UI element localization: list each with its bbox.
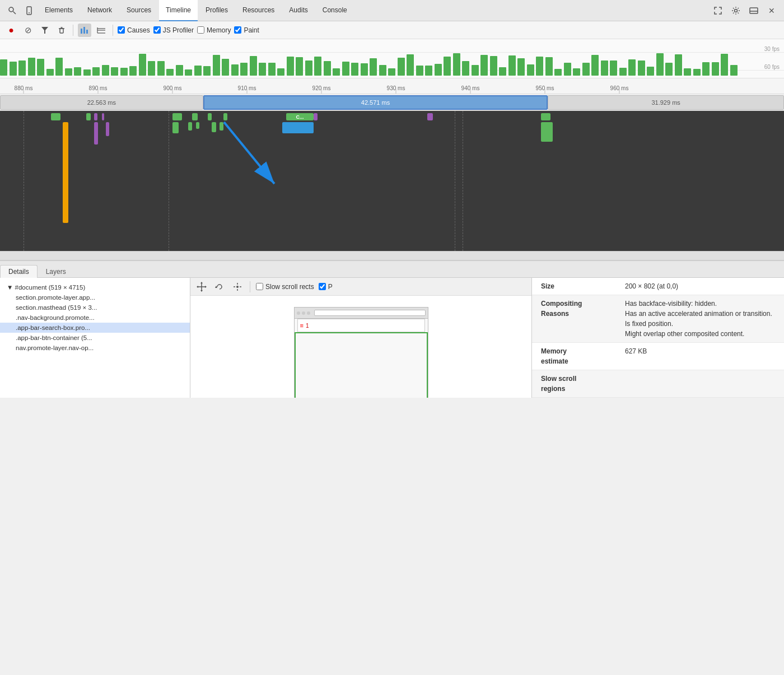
track-event	[172, 122, 179, 133]
nav-tab-sources[interactable]: Sources	[120, 0, 158, 21]
svg-point-0	[9, 7, 13, 12]
nav-tab-network[interactable]: Network	[81, 0, 119, 21]
layer-item-nav-background[interactable]: .nav-background.promote...	[0, 313, 190, 323]
fps-bar	[435, 64, 442, 76]
top-nav: Elements Network Sources Timeline Profil…	[0, 0, 784, 21]
pan-button[interactable]	[195, 280, 208, 294]
svg-line-18	[224, 122, 274, 184]
tracks-area[interactable]: C...	[0, 111, 784, 251]
track-event	[427, 113, 433, 120]
layer-item-app-bar-search[interactable]: .app-bar-search-box.pro...	[0, 323, 190, 333]
close-icon[interactable]: ✕	[764, 3, 780, 18]
timeline-ruler[interactable]: 880 ms890 ms900 ms910 ms920 ms930 ms940 …	[0, 78, 784, 94]
nav-tab-console[interactable]: Console	[316, 0, 354, 21]
layer-item-app-bar-btn[interactable]: .app-bar-btn-container (5...	[0, 333, 190, 343]
fps-bar	[342, 62, 349, 76]
fps-bar	[453, 53, 460, 76]
memory-checkbox-label[interactable]: Memory	[197, 26, 231, 34]
svg-rect-11	[83, 27, 85, 34]
paint-checkbox[interactable]	[234, 26, 241, 34]
prop-compositing-key: Compositing Reasons	[541, 299, 625, 319]
layer-item-section-promote[interactable]: section.promote-layer.app...	[0, 292, 190, 302]
fps-bar	[83, 69, 91, 76]
fps-bar	[684, 68, 691, 76]
track-event: C...	[286, 113, 314, 120]
p-checkbox-label[interactable]: P	[319, 283, 333, 291]
nav-tab-resources[interactable]: Resources	[236, 0, 281, 21]
inspect-icon[interactable]	[4, 3, 20, 18]
fps-bar	[444, 57, 451, 76]
tab-details[interactable]: Details	[0, 265, 38, 278]
filter-button[interactable]	[38, 24, 52, 37]
track-event	[188, 122, 192, 131]
rotate-button[interactable]	[213, 280, 226, 294]
record-button[interactable]: ●	[4, 24, 18, 37]
layer-item-nav-promote[interactable]: nav.promote-layer.nav-op...	[0, 343, 190, 353]
frame-segment-1[interactable]: 42.571 ms	[203, 95, 548, 110]
fps-bar	[665, 63, 673, 76]
fps-bar	[582, 63, 590, 76]
memory-checkbox[interactable]	[197, 26, 204, 34]
prop-slow-scroll: Slow scroll regions	[532, 370, 784, 398]
svg-point-4	[735, 9, 738, 12]
fps-bar	[407, 54, 414, 76]
svg-line-1	[13, 11, 16, 14]
fps-bar	[675, 54, 682, 76]
fps-bar	[480, 55, 488, 76]
track-event	[192, 113, 198, 120]
nav-tab-profiles[interactable]: Profiles	[199, 0, 235, 21]
frame-segment-2[interactable]: 31.929 ms	[548, 95, 784, 110]
js-profiler-checkbox[interactable]	[153, 26, 161, 34]
frame-segment-0[interactable]: 22.563 ms	[0, 95, 203, 110]
track-event	[172, 113, 182, 120]
tab-layers[interactable]: Layers	[38, 265, 74, 278]
track-event	[314, 113, 318, 120]
nav-tab-timeline[interactable]: Timeline	[159, 0, 198, 21]
fps-area: 30 fps 60 fps	[0, 39, 784, 78]
fps-bar	[92, 67, 100, 76]
causes-checkbox-label[interactable]: Causes	[118, 26, 150, 34]
svg-rect-12	[86, 30, 88, 34]
reset-button[interactable]	[231, 280, 244, 294]
js-profiler-checkbox-label[interactable]: JS Profiler	[153, 26, 194, 34]
slow-scroll-checkbox[interactable]	[256, 283, 263, 290]
nav-tab-elements[interactable]: Elements	[38, 0, 80, 21]
causes-checkbox[interactable]	[118, 26, 125, 34]
expand-icon[interactable]	[710, 3, 726, 18]
fps-bar	[277, 68, 284, 76]
fps-bar	[0, 59, 7, 76]
p-checkbox[interactable]	[319, 283, 326, 290]
prop-compositing-val: Has backface-visibility: hidden. Has an …	[625, 299, 775, 339]
preview-toolbar: Slow scroll rects P	[190, 278, 531, 296]
fps-bar	[647, 67, 654, 76]
dock-icon[interactable]	[746, 3, 762, 18]
svg-marker-22	[200, 290, 203, 292]
flame-chart-button[interactable]	[95, 24, 108, 37]
timeline-scrollbar[interactable]	[0, 251, 784, 260]
fps-bar	[554, 69, 562, 76]
slow-scroll-label[interactable]: Slow scroll rects	[256, 283, 314, 291]
fps-bar	[628, 59, 636, 76]
layer-item-document[interactable]: ▼ #document (519 × 4715)	[0, 282, 190, 292]
fps-bar	[730, 65, 738, 76]
settings-icon[interactable]	[728, 3, 744, 18]
prop-memory-val: 627 KB	[625, 346, 775, 356]
track-event	[220, 122, 223, 131]
bar-chart-button[interactable]	[78, 24, 91, 37]
paint-checkbox-label[interactable]: Paint	[234, 26, 259, 34]
fps-bar	[194, 66, 202, 76]
fps-bar	[656, 53, 664, 76]
fps-bar	[296, 57, 303, 76]
layer-tree: ▼ #document (519 × 4715)section.promote-…	[0, 278, 190, 398]
nav-tab-audits[interactable]: Audits	[282, 0, 314, 21]
v-dashed-line	[24, 111, 24, 251]
fps-bar	[591, 55, 599, 76]
fps-bar	[65, 68, 72, 76]
layer-item-section-masthead[interactable]: section.masthead (519 × 3...	[0, 302, 190, 313]
clear-button[interactable]	[55, 24, 68, 37]
mobile-icon[interactable]	[21, 3, 37, 18]
fps-bar	[259, 63, 266, 76]
stop-button[interactable]: ⊘	[21, 24, 35, 37]
preview-inner-element: ≡ 1	[297, 319, 425, 332]
svg-marker-23	[197, 286, 198, 288]
